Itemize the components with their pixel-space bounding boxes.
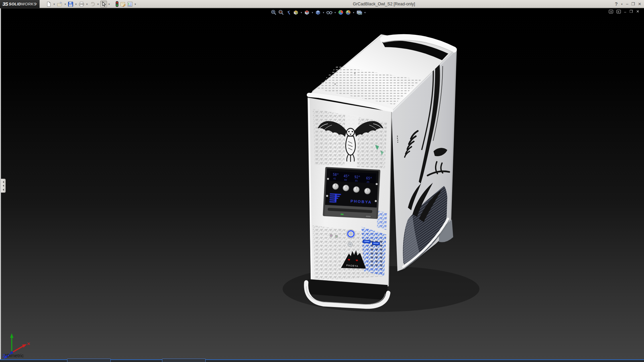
taskbar-button[interactable]: [67, 359, 111, 362]
graphics-viewport[interactable]: ▼ ▼ ▼ ▼: [0, 8, 644, 362]
select-cursor-button[interactable]: [100, 1, 107, 7]
svg-text:25: 25: [367, 181, 370, 184]
section-view-icon: [293, 9, 299, 15]
solidworks-mark-icon: ЗS: [2, 1, 8, 7]
minimize-button[interactable]: –: [626, 2, 628, 6]
file-properties-icon: [120, 1, 126, 7]
edit-appearance-icon: [338, 9, 344, 15]
pane-toggle-right-icon[interactable]: ▸: [616, 10, 621, 13]
doc-restore-button[interactable]: ❐: [630, 9, 633, 14]
headsup-view-toolbar: ▼ ▼ ▼ ▼: [270, 9, 367, 16]
new-document-button[interactable]: [46, 1, 52, 7]
view-orientation-dropdown-icon[interactable]: ▼: [311, 11, 314, 14]
close-button[interactable]: ✕: [638, 2, 641, 6]
new-dropdown-icon[interactable]: ▼: [53, 3, 55, 5]
solidworks-logo: ЗS SOLIDWORKS ▸: [0, 0, 40, 8]
print-icon: [78, 1, 85, 7]
edit-appearance-button[interactable]: [337, 9, 344, 16]
collapse-arrow-icon: [3, 185, 4, 187]
readout-4: 65°: [366, 177, 372, 181]
collapse-arrow-icon: [3, 181, 4, 183]
hide-show-items-button[interactable]: [326, 9, 333, 16]
previous-view-button[interactable]: [285, 9, 292, 16]
apply-scene-button[interactable]: [345, 9, 352, 16]
zoom-to-fit-button[interactable]: [270, 9, 277, 16]
view-settings-button[interactable]: [356, 9, 363, 16]
case-front-panel: 58° 41 45° 40 92° 35 65° 25: [306, 98, 392, 307]
options-checklist-icon: [127, 1, 133, 7]
file-properties-button[interactable]: [120, 1, 126, 7]
help-button[interactable]: ?: [615, 1, 618, 7]
readout-1: 58°: [333, 173, 339, 177]
new-document-icon: [46, 1, 52, 7]
fan-controller-panel: 58° 41 45° 40 92° 35 65° 25: [323, 167, 380, 219]
zoom-to-area-icon: [278, 9, 284, 15]
view-orientation-icon: [304, 9, 310, 15]
undo-button[interactable]: [89, 1, 96, 7]
print-dropdown-icon[interactable]: ▼: [86, 3, 88, 5]
feature-pane-collapsed-tab[interactable]: [1, 179, 6, 193]
window-controls: ? ▼ – ❐ ✕: [615, 0, 641, 8]
taskbar-edge[interactable]: [0, 359, 644, 362]
open-dropdown-icon[interactable]: ▼: [64, 3, 66, 5]
display-style-button[interactable]: [315, 9, 321, 16]
triad-y-axis: [10, 333, 13, 338]
triad-x-axis: [22, 344, 27, 348]
title-bar: ЗS SOLIDWORKS ▸ ▼ ▼: [0, 0, 644, 8]
readout-2: 45°: [343, 174, 350, 178]
view-settings-icon: [356, 9, 363, 15]
options-dropdown-icon[interactable]: ▼: [134, 3, 137, 5]
doc-close-button[interactable]: ✕: [636, 9, 639, 14]
pane-toggle-left-icon[interactable]: ◂: [609, 10, 613, 13]
svg-text:41: 41: [333, 177, 336, 180]
section-view-button[interactable]: [292, 9, 299, 16]
open-document-button[interactable]: [56, 1, 63, 7]
save-dropdown-icon[interactable]: ▼: [75, 3, 77, 5]
zoom-to-area-button[interactable]: [278, 9, 284, 16]
solidworks-wordmark: SOLIDWORKS: [9, 2, 36, 6]
svg-text:35: 35: [355, 180, 358, 182]
undo-dropdown-icon[interactable]: ▼: [97, 3, 99, 5]
display-style-icon: [315, 9, 321, 15]
select-cursor-icon: [101, 1, 106, 7]
svg-text:40: 40: [344, 179, 347, 181]
view-orientation-label: *Dimetric: [5, 353, 24, 358]
document-title: GrCadBlack_Owl_S2 [Read-only]: [353, 2, 415, 6]
apply-scene-icon: [345, 9, 351, 15]
save-icon: [68, 1, 73, 7]
view-orientation-button[interactable]: [304, 9, 310, 16]
readout-3: 92°: [354, 175, 360, 179]
taskbar-button[interactable]: [162, 359, 206, 362]
zoom-to-fit-icon: [271, 9, 277, 15]
section-view-dropdown-icon[interactable]: ▼: [300, 11, 303, 14]
rebuild-button[interactable]: [115, 1, 119, 7]
main-toolbar: ▼ ▼ ▼: [46, 0, 138, 8]
model-owl-pc-case: 58° 41 45° 40 92° 35 65° 25: [0, 8, 644, 362]
print-button[interactable]: [78, 1, 85, 7]
hide-show-items-dropdown-icon[interactable]: ▼: [334, 11, 336, 14]
rebuild-stoplight-icon: [115, 1, 119, 7]
help-dropdown-icon[interactable]: ▼: [621, 3, 623, 5]
drive-led: [340, 214, 343, 215]
doc-minimize-button[interactable]: –: [624, 10, 626, 14]
open-document-icon: [57, 1, 63, 7]
display-style-dropdown-icon[interactable]: ▼: [322, 11, 325, 14]
collapse-arrow-icon: [3, 189, 4, 191]
apply-scene-dropdown-icon[interactable]: ▼: [353, 11, 355, 14]
previous-view-icon: [285, 9, 291, 15]
document-window-controls: ◂ ▸ – ❐ ✕: [609, 9, 639, 14]
options-button[interactable]: [127, 1, 133, 7]
drive-eject-button: [365, 215, 371, 218]
undo-icon: [90, 1, 96, 7]
select-dropdown-icon[interactable]: ▼: [108, 3, 110, 5]
restore-button[interactable]: ❐: [631, 2, 635, 6]
view-settings-dropdown-icon[interactable]: ▼: [364, 11, 366, 14]
menu-expand-icon[interactable]: ▸: [36, 2, 37, 5]
save-button[interactable]: [67, 1, 74, 7]
hide-show-items-icon: [326, 9, 333, 15]
